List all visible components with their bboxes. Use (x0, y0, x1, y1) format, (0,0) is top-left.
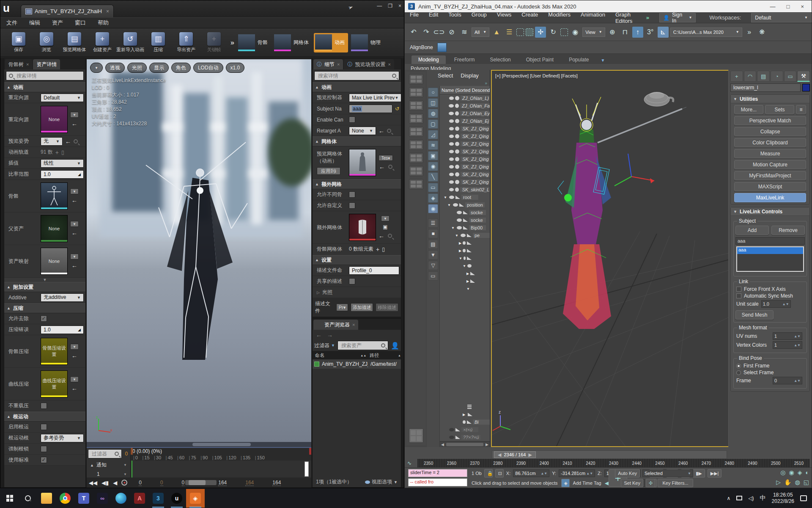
asset-picker-dropdown[interactable]: ▼ (70, 344, 79, 350)
asset-details-search[interactable] (6, 71, 84, 80)
parent-asset-thumbnail[interactable]: None (41, 215, 68, 242)
auto-key-button[interactable]: Auto Key (615, 469, 640, 478)
allow-diff-skeleton-checkbox[interactable] (349, 191, 355, 198)
eye-icon[interactable] (457, 218, 462, 222)
ribbon-tab[interactable]: Object Paint (519, 55, 560, 64)
trash-icon[interactable]: ▯ (61, 149, 64, 155)
subject-list-item[interactable]: aaa (737, 247, 803, 254)
ue-asset-tab[interactable]: Anim_TV_BYZH_ZJ_ZhaiH × (21, 5, 114, 17)
time-slider[interactable]: ◀2346 / 164▶ (492, 450, 727, 459)
eye-icon[interactable] (449, 97, 454, 100)
use-pivot-icon[interactable]: ⊕ (607, 27, 618, 38)
search-input[interactable] (16, 72, 81, 79)
reset-icon[interactable]: ↺ (395, 106, 399, 112)
ue-close-button[interactable]: × (398, 3, 401, 9)
alignbone-icon[interactable] (437, 43, 447, 52)
explorer-filter-icon[interactable]: ◈ (428, 193, 438, 203)
time-slider-value[interactable]: ◀2346 / 164▶ (494, 451, 536, 458)
eye-icon[interactable] (463, 249, 466, 252)
ue-mode-button[interactable]: 动画 (314, 33, 348, 52)
tab-create[interactable]: + (730, 71, 743, 82)
close-icon[interactable]: × (352, 322, 355, 327)
explorer-filter-icon[interactable]: ◍ (428, 109, 438, 118)
tree-row[interactable]: SK_ZJ_Qing (440, 133, 490, 140)
add-subject-button[interactable]: Add (735, 226, 769, 235)
profile-name-input[interactable]: Profile_0 (349, 266, 399, 275)
expand-icon[interactable]: ▼ (455, 234, 459, 237)
ue-menu-item[interactable]: 文件 (6, 19, 17, 27)
explorer-filter-icon[interactable]: ▭ (428, 183, 438, 192)
layout-tab-button[interactable] (409, 100, 423, 110)
key-filters-pose-icon[interactable]: ✣ (646, 479, 655, 487)
explorer-filter-icon[interactable]: ≋ (428, 141, 438, 150)
shared-profile-checkbox[interactable] (349, 278, 355, 284)
launch-icon[interactable]: ➢ (347, 3, 354, 11)
viewport-menu-button[interactable]: 角色 (171, 63, 191, 73)
link-icon[interactable]: ⊂⊃ (433, 27, 444, 38)
explorer-tool-icon[interactable]: ■ (428, 229, 438, 238)
close-icon[interactable]: × (388, 62, 390, 67)
explorer-menu-select[interactable]: Select (438, 72, 453, 79)
tab-utilities[interactable]: ⚒ (797, 71, 810, 82)
search-input[interactable] (340, 342, 379, 349)
use-selected-icon[interactable]: ← (71, 262, 77, 269)
unit-scale-spinner[interactable]: 1.0▲▼ (761, 300, 791, 308)
explorer-tool-icon[interactable]: ▽ (428, 261, 438, 270)
filters-dropdown[interactable]: 过滤器 (314, 342, 329, 349)
expand-icon[interactable]: ▼ (444, 196, 448, 199)
use-selected-icon[interactable]: ← (71, 197, 77, 204)
viewport-scrollbar[interactable] (87, 442, 311, 447)
bone-compression-thumbnail[interactable]: 骨骼压缩设置 (41, 338, 68, 365)
pan-icon[interactable]: ✋ (784, 479, 791, 486)
tree-row[interactable] (440, 403, 490, 411)
extra-mesh-thumbnail[interactable] (349, 214, 376, 241)
tab-display[interactable]: ▭ (784, 71, 797, 82)
viewport-menu-button[interactable]: 光照 (127, 63, 147, 73)
eye-off-icon[interactable] (449, 428, 454, 431)
mini-curve-icon[interactable]: ∿ (407, 460, 411, 466)
ue-toolbar-button[interactable]: ↺ 重新导入动画 (116, 32, 144, 53)
layout-tab-button[interactable] (409, 113, 423, 124)
tree-row[interactable]: ??×?×ú (440, 433, 490, 441)
abs-offset-icon[interactable]: ⊡ (495, 469, 504, 478)
expand-icon[interactable]: ▼ (466, 287, 471, 291)
send-mesh-button[interactable]: Send Mesh (735, 310, 774, 320)
asset-picker-dropdown[interactable]: ▼ (70, 221, 79, 227)
playhead-line[interactable] (132, 461, 132, 478)
object-name-field[interactable]: lowerarm_l (730, 83, 801, 92)
rate-scale-input[interactable]: 1.0◢ (41, 170, 84, 179)
close-icon[interactable]: × (26, 62, 29, 67)
menu-overflow-chevron[interactable]: » (646, 14, 649, 21)
max-minimize-button[interactable]: — (770, 3, 776, 10)
utility-button[interactable]: Motion Capture (734, 160, 806, 169)
save-icon[interactable]: ▣ (383, 224, 387, 230)
max-menu-item[interactable]: Modifiers (548, 11, 571, 24)
utility-button[interactable]: MyFirstMaxProject (734, 171, 806, 180)
maxscript-listener-line1[interactable]: sliderTime = 2 (408, 469, 467, 477)
use-selected-icon[interactable]: ← (71, 352, 77, 359)
selection-set-dropdown[interactable]: Selected▼ (642, 469, 693, 477)
add-icon[interactable]: + (55, 149, 59, 156)
asset-picker-dropdown[interactable]: ▼ (381, 215, 390, 221)
eye-icon[interactable] (457, 211, 462, 214)
enable-camera-checkbox[interactable] (349, 116, 355, 123)
toolbar-overflow-chevron[interactable]: » (744, 27, 755, 38)
allow-strip-checkbox[interactable]: ✓ (41, 315, 47, 322)
tab-motion[interactable]: ◔ (771, 71, 783, 82)
tree-row[interactable]: ▼ (440, 262, 490, 270)
timeline-filter[interactable] (88, 449, 122, 458)
utilities-rollout-header[interactable]: ▼Utilities (731, 95, 809, 103)
max-menu-item[interactable]: Graph Editors (615, 11, 636, 24)
ue-mode-button[interactable]: 网格体 (273, 33, 312, 52)
timeline-ruler[interactable]: 0 (0.00) (0%) 0153045607590105120135150 (131, 448, 311, 461)
tab-hierarchy[interactable]: ▤ (757, 71, 770, 82)
ime-indicator[interactable]: 中 (760, 494, 766, 502)
set-key-button[interactable]: Set Key (621, 479, 643, 487)
tab-close-icon[interactable]: × (106, 8, 109, 14)
percent-snap-icon[interactable]: ⊾ (658, 27, 669, 38)
first-frame-radio[interactable] (736, 364, 741, 368)
asset-picker-dropdown[interactable]: ▼ (70, 188, 79, 194)
ue-toolbar-button[interactable]: ▥ 压缩 (144, 32, 172, 53)
adobe-icon[interactable]: A (130, 489, 149, 508)
tree-row[interactable]: ▼ pe (440, 232, 490, 239)
